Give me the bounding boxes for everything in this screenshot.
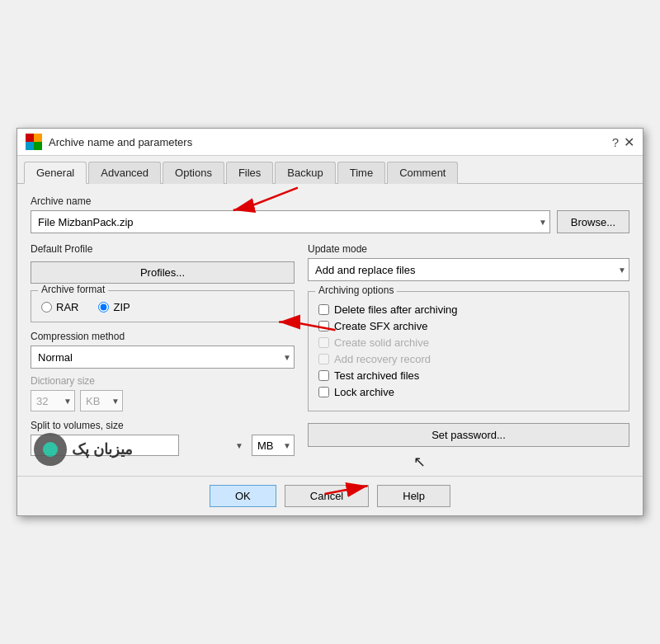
default-profile-label: Default Profile: [31, 243, 295, 255]
title-bar-controls: ? ✕: [612, 134, 634, 150]
tab-files[interactable]: Files: [226, 162, 273, 184]
checkbox-add-recovery: Add recovery record: [318, 353, 619, 365]
checkbox-lock-archive: Lock archive: [318, 386, 619, 398]
dictionary-size-label: Dictionary size: [31, 375, 295, 387]
checkbox-delete-files-input[interactable]: [318, 304, 329, 315]
radio-zip[interactable]: ZIP: [98, 301, 130, 313]
set-password-button[interactable]: Set password...: [308, 423, 629, 447]
dictionary-unit-select[interactable]: KB MB: [80, 390, 123, 411]
archive-name-row: ▼ Browse...: [31, 210, 629, 233]
checkbox-test-files-label: Test archived files: [334, 369, 419, 382]
split-unit-select[interactable]: MB KB GB: [252, 435, 295, 456]
dialog-title: Archive name and parameters: [49, 136, 192, 148]
radio-rar[interactable]: RAR: [41, 301, 78, 313]
svg-rect-2: [26, 142, 34, 150]
checkbox-test-files: Test archived files: [318, 369, 619, 382]
checkbox-create-solid-label: Create solid archive: [334, 336, 429, 349]
two-col-section: Default Profile Profiles... Archive form…: [31, 243, 629, 456]
compression-section: Compression method Store Fastest Fast No…: [31, 331, 295, 369]
app-icon: [26, 134, 42, 150]
radio-zip-input[interactable]: [98, 302, 109, 313]
archive-format-radio-row: RAR ZIP: [41, 301, 284, 313]
checkbox-delete-files: Delete files after archiving: [318, 303, 619, 316]
dictionary-size-select[interactable]: 32 64 128: [31, 390, 75, 411]
watermark: میزبان پک: [34, 433, 133, 466]
tab-comment[interactable]: Comment: [387, 162, 458, 184]
compression-method-label: Compression method: [31, 331, 295, 342]
profiles-button[interactable]: Profiles...: [31, 261, 295, 284]
close-icon[interactable]: ✕: [624, 134, 634, 150]
dictionary-unit-combo: KB MB ▼: [80, 390, 123, 411]
watermark-green-circle: [43, 442, 58, 457]
tab-options[interactable]: Options: [163, 162, 224, 184]
dictionary-size-combo: 32 64 128 ▼: [31, 390, 75, 411]
checkbox-create-solid-input[interactable]: [318, 337, 329, 348]
tabs-bar: General Advanced Options Files Backup Ti…: [17, 156, 643, 184]
checkbox-lock-archive-label: Lock archive: [334, 386, 394, 398]
update-mode-select[interactable]: Add and replace files Update and add fil…: [308, 258, 629, 281]
help-button[interactable]: Help: [377, 485, 450, 507]
checkbox-add-recovery-label: Add recovery record: [334, 353, 431, 365]
svg-rect-3: [34, 142, 42, 150]
checkbox-create-solid: Create solid archive: [318, 336, 619, 349]
dialog: Archive name and parameters ? ✕ General …: [16, 128, 644, 516]
watermark-text: میزبان پک: [72, 440, 133, 458]
dictionary-size-row: 32 64 128 ▼ KB MB ▼: [31, 390, 295, 411]
svg-rect-1: [34, 134, 42, 142]
update-mode-label: Update mode: [308, 243, 629, 255]
radio-rar-label: RAR: [56, 301, 78, 313]
checkbox-lock-archive-input[interactable]: [318, 387, 329, 397]
split-unit-combo: MB KB GB ▼: [252, 435, 295, 456]
ok-button[interactable]: OK: [210, 485, 276, 507]
tab-advanced[interactable]: Advanced: [88, 162, 161, 184]
content-area: Archive name ▼ Browse... Default Profile…: [17, 184, 643, 476]
compression-method-wrap: Store Fastest Fast Normal Good Best ▼: [31, 346, 295, 369]
dictionary-size-section: Dictionary size 32 64 128 ▼: [31, 375, 295, 411]
bottom-bar: OK Cancel Help: [17, 476, 643, 515]
right-column: Update mode Add and replace files Update…: [308, 243, 629, 456]
checkbox-create-sfx-input[interactable]: [318, 321, 329, 331]
split-volumes-label: Split to volumes, size: [31, 420, 295, 431]
browse-button[interactable]: Browse...: [557, 210, 629, 233]
archiving-options-group: Archiving options Delete files after arc…: [308, 291, 629, 411]
checkbox-test-files-input[interactable]: [318, 370, 329, 381]
watermark-dark-circle: [34, 433, 67, 466]
archive-name-input[interactable]: [31, 210, 550, 233]
radio-rar-input[interactable]: [41, 302, 52, 313]
archiving-options-title: Archiving options: [315, 284, 397, 296]
compression-method-select[interactable]: Store Fastest Fast Normal Good Best: [31, 346, 295, 369]
archive-format-title: Archive format: [38, 284, 108, 295]
cancel-button[interactable]: Cancel: [285, 485, 369, 507]
help-icon[interactable]: ?: [612, 135, 619, 149]
update-mode-wrap: Add and replace files Update and add fil…: [308, 258, 629, 281]
tab-general[interactable]: General: [24, 162, 87, 184]
checkbox-add-recovery-input[interactable]: [318, 354, 329, 364]
tab-backup[interactable]: Backup: [275, 162, 335, 184]
archive-name-input-wrap: ▼: [31, 210, 550, 233]
archive-format-group: Archive format RAR ZIP: [31, 290, 295, 322]
title-bar-left: Archive name and parameters: [26, 134, 192, 150]
default-profile-section: Default Profile Profiles...: [31, 243, 295, 284]
update-mode-section: Update mode Add and replace files Update…: [308, 243, 629, 281]
left-column: Default Profile Profiles... Archive form…: [31, 243, 295, 456]
checkbox-delete-files-label: Delete files after archiving: [334, 303, 458, 316]
archiving-options-checkboxes: Delete files after archiving Create SFX …: [318, 303, 619, 398]
archive-name-label: Archive name: [31, 195, 629, 207]
split-volumes-arrow: ▼: [235, 441, 243, 450]
checkbox-create-sfx: Create SFX archive: [318, 320, 619, 332]
tab-time[interactable]: Time: [337, 162, 385, 184]
checkbox-create-sfx-label: Create SFX archive: [334, 320, 427, 332]
title-bar: Archive name and parameters ? ✕: [17, 129, 643, 156]
radio-zip-label: ZIP: [113, 301, 130, 313]
